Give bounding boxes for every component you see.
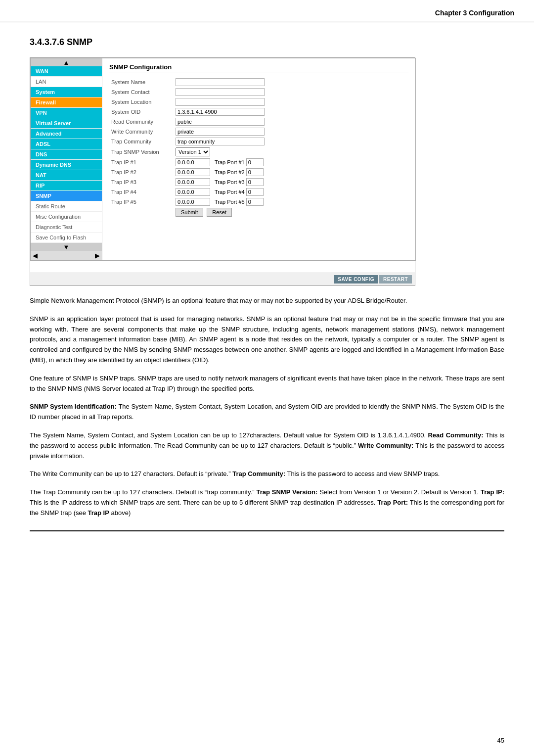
input-system-contact[interactable] bbox=[176, 88, 265, 96]
sidebar-item-rip[interactable]: RIP bbox=[31, 181, 102, 191]
input-trap-ip-1[interactable] bbox=[176, 158, 210, 166]
input-trap-ip-5[interactable] bbox=[176, 198, 210, 206]
label-trap-ip-3: Trap IP #3 bbox=[109, 177, 174, 187]
input-system-oid[interactable] bbox=[176, 108, 265, 116]
sidebar-item-misc-config[interactable]: Misc Configuration bbox=[31, 212, 102, 222]
label-trap-ip-2: Trap IP #2 bbox=[109, 167, 174, 177]
para-3: One feature of SNMP is SNMP traps. SNMP … bbox=[30, 374, 504, 394]
field-trap-community: Trap Community bbox=[109, 137, 408, 146]
scroll-left-arrow[interactable]: ◀ bbox=[33, 252, 38, 259]
field-label-trap-snmp-version: Trap SNMP Version bbox=[109, 146, 174, 157]
bold-write-community: Write Community: bbox=[358, 442, 413, 449]
field-label-read-community: Read Community bbox=[109, 117, 174, 127]
label-trap-ip-5: Trap IP #5 bbox=[109, 197, 174, 207]
sidebar-item-firewall[interactable]: Firewall bbox=[31, 97, 102, 108]
sidebar-item-adsl[interactable]: ADSL bbox=[31, 139, 102, 149]
sidebar-item-snmp[interactable]: SNMP bbox=[31, 191, 102, 201]
sidebar-item-advanced[interactable]: Advanced bbox=[31, 129, 102, 139]
sidebar-item-vpn[interactable]: VPN bbox=[31, 108, 102, 118]
config-title: SNMP Configuration bbox=[109, 63, 408, 73]
input-trap-port-5[interactable] bbox=[246, 198, 264, 206]
save-config-button[interactable]: SAVE CONFIG bbox=[334, 275, 378, 284]
sidebar-item-dynamic-dns[interactable]: Dynamic DNS bbox=[31, 160, 102, 170]
para-system-name: The System Name, System Contact, and Sys… bbox=[30, 430, 504, 461]
submit-row: Submit Reset bbox=[109, 207, 408, 218]
field-label-write-community: Write Community bbox=[109, 127, 174, 137]
bold-read-community: Read Community: bbox=[428, 431, 483, 439]
bottom-rule bbox=[30, 530, 504, 531]
label-trap-port-2: Trap Port #2 bbox=[215, 169, 245, 175]
trap-row-3: Trap IP #3 Trap Port #3 bbox=[109, 177, 408, 187]
input-read-community[interactable] bbox=[176, 118, 265, 126]
field-label-system-contact: System Contact bbox=[109, 87, 174, 97]
field-label-system-name: System Name bbox=[109, 77, 174, 87]
label-trap-ip-1: Trap IP #1 bbox=[109, 157, 174, 167]
input-trap-community[interactable] bbox=[176, 138, 265, 145]
ui-panel-inner: ▲ WAN LAN System Firewall VPN Virtual Se… bbox=[30, 58, 416, 261]
field-label-trap-community: Trap Community bbox=[109, 137, 174, 146]
sidebar-item-static-route[interactable]: Static Route bbox=[31, 201, 102, 212]
input-trap-port-4[interactable] bbox=[246, 188, 264, 196]
scroll-bar: ◀ ▶ bbox=[31, 251, 102, 260]
field-system-name: System Name bbox=[109, 77, 408, 87]
bold-trap-ip-ref: Trap IP bbox=[88, 509, 109, 517]
field-label-system-location: System Location bbox=[109, 97, 174, 107]
input-system-name[interactable] bbox=[176, 78, 265, 86]
sidebar-item-virtual-server[interactable]: Virtual Server bbox=[31, 118, 102, 129]
restart-button[interactable]: RESTART bbox=[379, 275, 412, 284]
field-write-community: Write Community bbox=[109, 127, 408, 137]
trap-row-4: Trap IP #4 Trap Port #4 bbox=[109, 187, 408, 197]
config-table: System Name System Contact System Locati… bbox=[109, 77, 408, 218]
input-write-community[interactable] bbox=[176, 128, 265, 136]
para-write-community: The Write Community can be up to 127 cha… bbox=[30, 469, 504, 479]
sidebar-nav: ▲ WAN LAN System Firewall VPN Virtual Se… bbox=[31, 58, 102, 260]
sidebar-item-lan[interactable]: LAN bbox=[31, 77, 102, 87]
field-read-community: Read Community bbox=[109, 117, 408, 127]
para-trap-community: The Trap Community can be up to 127 char… bbox=[30, 487, 504, 518]
input-trap-ip-4[interactable] bbox=[176, 188, 210, 196]
para-2: SNMP is an application layer protocol th… bbox=[30, 314, 504, 366]
input-system-location[interactable] bbox=[176, 98, 265, 106]
submit-button[interactable]: Submit bbox=[176, 208, 203, 217]
footer-buttons: SAVE CONFIG RESTART bbox=[30, 273, 415, 285]
label-trap-port-5: Trap Port #5 bbox=[215, 199, 245, 205]
bold-trap-ip: Trap IP: bbox=[481, 488, 504, 496]
label-trap-port-4: Trap Port #4 bbox=[215, 189, 245, 195]
input-trap-ip-3[interactable] bbox=[176, 178, 210, 186]
input-trap-port-1[interactable] bbox=[246, 158, 264, 166]
scroll-right-arrow[interactable]: ▶ bbox=[95, 252, 100, 259]
bold-trap-port: Trap Port: bbox=[377, 499, 408, 506]
input-trap-port-3[interactable] bbox=[246, 178, 264, 186]
field-trap-snmp-version: Trap SNMP Version Version 1 Version 2 bbox=[109, 146, 408, 157]
select-snmp-version[interactable]: Version 1 Version 2 bbox=[176, 147, 210, 156]
label-trap-port-1: Trap Port #1 bbox=[215, 159, 245, 165]
sidebar-item-wan[interactable]: WAN bbox=[31, 66, 102, 77]
bold-snmp-system-id: SNMP System Identification: bbox=[30, 403, 117, 410]
input-trap-ip-2[interactable] bbox=[176, 168, 210, 176]
label-trap-port-3: Trap Port #3 bbox=[215, 179, 245, 185]
para-snmp-system-id: SNMP System Identification: The System N… bbox=[30, 402, 504, 423]
sidebar-item-nat[interactable]: NAT bbox=[31, 170, 102, 181]
main-content: 3.4.3.7.6 SNMP ▲ WAN LAN System Firewall… bbox=[0, 22, 534, 555]
scroll-up-btn[interactable]: ▲ bbox=[31, 58, 102, 66]
sidebar-item-system[interactable]: System bbox=[31, 87, 102, 97]
reset-button[interactable]: Reset bbox=[207, 208, 232, 217]
scroll-down-btn[interactable]: ▼ bbox=[31, 243, 102, 251]
field-system-oid: System OID bbox=[109, 107, 408, 117]
trap-row-1: Trap IP #1 Trap Port #1 bbox=[109, 157, 408, 167]
input-trap-port-2[interactable] bbox=[246, 168, 264, 176]
trap-row-2: Trap IP #2 Trap Port #2 bbox=[109, 167, 408, 177]
label-trap-ip-4: Trap IP #4 bbox=[109, 187, 174, 197]
chapter-header: Chapter 3 Configuration bbox=[0, 0, 534, 22]
ui-panel: ▲ WAN LAN System Firewall VPN Virtual Se… bbox=[30, 57, 415, 286]
field-system-contact: System Contact bbox=[109, 87, 408, 97]
page-number: 45 bbox=[497, 737, 504, 744]
config-content: SNMP Configuration System Name System Co… bbox=[102, 58, 415, 260]
bold-trap-community: Trap Community: bbox=[232, 470, 285, 477]
trap-row-5: Trap IP #5 Trap Port #5 bbox=[109, 197, 408, 207]
sidebar-item-save-config[interactable]: Save Config to Flash bbox=[31, 233, 102, 243]
field-system-location: System Location bbox=[109, 97, 408, 107]
sidebar-item-diagnostic-test[interactable]: Diagnostic Test bbox=[31, 222, 102, 233]
sidebar-item-dns[interactable]: DNS bbox=[31, 149, 102, 160]
bold-trap-snmp-version: Trap SNMP Version: bbox=[256, 488, 317, 496]
